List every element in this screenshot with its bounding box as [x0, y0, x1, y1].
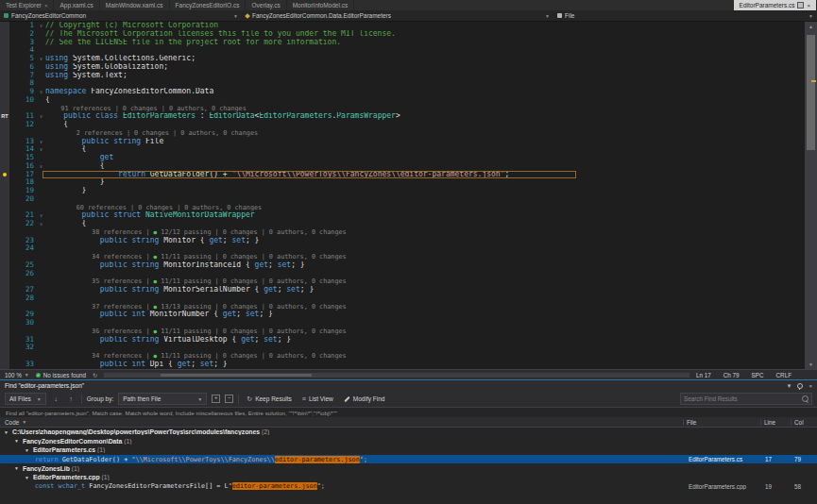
scope-dropdown[interactable]: All Files ▼	[5, 393, 46, 405]
glyph-margin[interactable]	[0, 303, 9, 311]
fold-chevron-icon[interactable]: ∨	[37, 22, 45, 30]
codelens-text[interactable]: 2 references | 0 changes | 0 authors, 0 …	[45, 129, 805, 138]
fold-chevron-icon[interactable]: ∨	[37, 138, 45, 146]
modify-find-button[interactable]: Modify Find	[341, 395, 388, 403]
code-line[interactable]: 13∨ public string File	[0, 138, 805, 146]
pin-icon[interactable]	[797, 383, 803, 389]
code-line[interactable]: 2// The Microsoft Corporation licenses t…	[0, 30, 805, 39]
column-header-code[interactable]: Code ▼	[0, 419, 683, 426]
code-editor[interactable]: 1∨// Copyright (c) Microsoft Corporation…	[0, 22, 817, 369]
glyph-margin[interactable]	[0, 145, 9, 154]
document-health-indicator[interactable]: ✓ No issues found	[36, 372, 86, 378]
fold-chevron-icon[interactable]: ∨	[37, 211, 45, 220]
scroll-up-arrow-icon[interactable]: ▲	[805, 22, 817, 31]
horizontal-scrollbar[interactable]	[104, 373, 689, 378]
close-icon[interactable]: ×	[44, 3, 48, 8]
code-line[interactable]: 10{	[0, 96, 805, 105]
glyph-margin[interactable]	[0, 30, 9, 39]
glyph-margin[interactable]	[0, 204, 9, 212]
glyph-margin[interactable]	[0, 286, 9, 294]
glyph-margin[interactable]	[0, 187, 9, 195]
glyph-margin[interactable]	[0, 39, 9, 47]
find-previous-button[interactable]: ↑	[66, 394, 77, 404]
tab-app-xaml-cs[interactable]: App.xaml.cs	[54, 0, 99, 10]
code-line[interactable]: 7using System.Text;	[0, 72, 805, 80]
tab-fancyzoneseditorio-cs[interactable]: FancyZonesEditorIO.cs	[170, 0, 247, 10]
glyph-margin[interactable]	[0, 261, 9, 270]
list-view-toggle[interactable]: ≡ List View	[299, 395, 336, 403]
editor-scrollbar[interactable]: ▲ ▼	[805, 22, 817, 369]
glyph-margin[interactable]	[0, 105, 9, 113]
codelens-text[interactable]: 60 references | 0 changes | 0 authors, 0…	[45, 204, 805, 212]
scrollbar-thumb[interactable]	[807, 35, 815, 150]
codelens-row[interactable]: 34 references | ● 11/11 passing | 0 chan…	[0, 253, 805, 261]
codelens-row[interactable]: 37 references | ● 13/13 passing | 0 chan…	[0, 303, 805, 311]
tab-test-explorer[interactable]: Test Explorer×	[0, 0, 54, 10]
find-group-row[interactable]: ▼EditorParameters.cpp (1)	[0, 473, 817, 482]
glyph-margin[interactable]	[0, 220, 9, 228]
glyph-margin[interactable]	[0, 72, 9, 80]
fold-chevron-icon[interactable]: ∨	[37, 145, 45, 154]
tab-mainwindow-xaml-cs[interactable]: MainWindow.xaml.cs	[100, 0, 170, 10]
glyph-margin[interactable]	[0, 178, 9, 187]
codelens-row[interactable]: 2 references | 0 changes | 0 authors, 0 …	[0, 129, 805, 138]
expand-chevron-icon[interactable]: ▼	[14, 465, 23, 471]
codelens-text[interactable]: 34 references | ● 11/11 passing | 0 chan…	[45, 253, 805, 261]
codelens-row[interactable]: 36 references | ● 11/11 passing | 0 chan…	[0, 328, 805, 336]
find-result-row[interactable]: return GetDataFolder() + "\\Microsoft\\P…	[0, 455, 817, 464]
code-line[interactable]: 30	[0, 319, 805, 328]
code-line[interactable]: 33 public int Dpi { get; set; }	[0, 361, 805, 369]
code-line[interactable]: 3// See the LICENSE file in the project …	[0, 39, 805, 47]
glyph-margin[interactable]	[0, 88, 9, 96]
glyph-margin[interactable]	[0, 352, 9, 361]
code-line[interactable]: 15 get	[0, 154, 805, 162]
find-result-row[interactable]: const wchar_t FancyZonesEditorParameters…	[0, 482, 817, 492]
code-line[interactable]: 8	[0, 79, 805, 88]
glyph-margin[interactable]	[0, 154, 9, 162]
group-by-dropdown[interactable]: Path then File ▼	[118, 393, 207, 405]
fold-chevron-icon[interactable]: ∨	[37, 88, 45, 96]
glyph-margin[interactable]	[0, 344, 9, 352]
refresh-icon[interactable]: ↻	[93, 372, 97, 378]
codelens-text[interactable]: 35 references | ● 11/11 passing | 0 chan…	[45, 277, 805, 286]
glyph-margin[interactable]	[0, 294, 9, 303]
tab-overlay-cs[interactable]: Overlay.cs	[246, 0, 286, 10]
window-menu-chevron-icon[interactable]: ▼	[787, 383, 792, 389]
character-indicator[interactable]: Ch 79	[723, 372, 740, 378]
codelens-text[interactable]: 91 references | 0 changes | 0 authors, 0…	[45, 105, 805, 113]
codelens-text[interactable]: 38 references | ● 12/12 passing | 0 chan…	[45, 228, 805, 237]
codelens-text[interactable]: 34 references | ● 11/11 passing | 0 chan…	[45, 352, 805, 361]
space-indicator[interactable]: SPC	[752, 372, 764, 378]
code-line[interactable]: 25 public string MonitorInstanceId { get…	[0, 261, 805, 270]
glyph-margin[interactable]	[0, 328, 9, 336]
search-find-results-box[interactable]	[680, 393, 812, 405]
find-group-row[interactable]: ▼FancyZonesEditorCommon\Data (1)	[0, 437, 817, 446]
horizontal-scrollbar-thumb[interactable]	[161, 374, 312, 377]
code-line[interactable]: 18 }	[0, 178, 805, 187]
line-ending-indicator[interactable]: CRLF	[776, 372, 791, 378]
find-group-row[interactable]: ▼FancyZonesLib (1)	[0, 463, 817, 473]
codelens-row[interactable]: 91 references | 0 changes | 0 authors, 0…	[0, 105, 805, 113]
close-icon[interactable]: ×	[807, 3, 810, 8]
codelens-row[interactable]: 38 references | ● 12/12 passing | 0 chan…	[0, 228, 805, 237]
code-line[interactable]: 4	[0, 46, 805, 55]
column-header-file[interactable]: File	[683, 419, 760, 426]
code-line[interactable]: 22∨ {	[0, 220, 805, 228]
code-line[interactable]: 9∨namespace FancyZonesEditorCommon.Data	[0, 88, 805, 96]
code-line[interactable]: 24	[0, 244, 805, 253]
code-line[interactable]: 12 {	[0, 121, 805, 129]
glyph-margin[interactable]	[0, 162, 9, 171]
find-next-button[interactable]: ↓	[51, 394, 61, 404]
code-line[interactable]: 16∨ {	[0, 162, 805, 171]
codelens-text[interactable]: 36 references | ● 11/11 passing | 0 chan…	[45, 328, 805, 336]
column-header-col[interactable]: Col	[791, 419, 817, 426]
glyph-margin[interactable]	[0, 138, 9, 146]
glyph-margin[interactable]	[0, 270, 9, 278]
collapse-all-button[interactable]: −	[225, 395, 233, 403]
code-line[interactable]: 31 public string VirtualDesktop { get; s…	[0, 336, 805, 344]
find-group-row[interactable]: ▼C:\Users\zhaopengwang\Desktop\powertoys…	[0, 428, 817, 437]
member-dropdown[interactable]: File ▼	[553, 10, 817, 21]
fold-chevron-icon[interactable]: ∨	[37, 162, 45, 171]
code-line[interactable]: RT11∨ public class EditorParameters : Ed…	[0, 112, 805, 121]
zoom-control[interactable]: 100 % ▼	[5, 372, 29, 378]
